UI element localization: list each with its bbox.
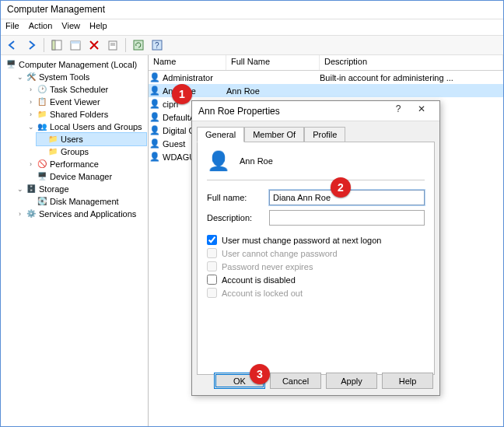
collapse-icon[interactable]: ⌄ xyxy=(16,183,23,195)
menubar: File Action View Help xyxy=(1,19,503,35)
tree-services-apps[interactable]: ›⚙️Services and Applications xyxy=(15,208,146,220)
tab-member-of[interactable]: Member Of xyxy=(244,127,304,142)
cancel-button[interactable]: Cancel xyxy=(270,373,321,389)
table-row[interactable]: 👤Ann RoeAnn Roe xyxy=(149,84,503,97)
tab-profile[interactable]: Profile xyxy=(304,127,345,142)
col-name[interactable]: Name xyxy=(149,55,226,70)
col-description[interactable]: Description xyxy=(320,55,503,70)
check-never-expires: Password never expires xyxy=(207,261,425,271)
device-icon: 🖥️ xyxy=(37,171,47,182)
tree-task-scheduler[interactable]: ›🕑Task Scheduler xyxy=(26,83,146,96)
help-button-icon[interactable]: ? xyxy=(387,103,410,119)
tree-label: Performance xyxy=(50,158,99,170)
expand-icon[interactable]: › xyxy=(27,96,34,108)
user-icon: 👤 xyxy=(149,99,161,109)
tree-label: Event Viewer xyxy=(50,96,100,108)
tree-local-users-groups[interactable]: ⌄👥Local Users and Groups xyxy=(26,121,146,133)
description-input[interactable] xyxy=(269,210,425,226)
user-header-name: Ann Roe xyxy=(240,156,273,166)
properties-icon[interactable] xyxy=(67,37,84,54)
tree-label: Computer Management (Local) xyxy=(19,58,137,71)
tree-users[interactable]: 📁Users xyxy=(37,133,146,145)
expand-icon[interactable]: › xyxy=(27,108,34,121)
tree-label: Disk Management xyxy=(50,195,119,208)
svg-text:?: ? xyxy=(155,41,159,50)
user-properties-dialog: Ann Roe Properties ? ✕ General Member Of… xyxy=(191,100,440,396)
tree-shared-folders[interactable]: ›📁Shared Folders xyxy=(26,108,146,121)
menu-file[interactable]: File xyxy=(5,21,19,33)
callout-2: 2 xyxy=(331,177,351,198)
tree-event-viewer[interactable]: ›📋Event Viewer xyxy=(26,96,146,108)
computer-icon: 🖥️ xyxy=(5,59,16,70)
svg-rect-1 xyxy=(52,40,55,50)
must-change-checkbox[interactable] xyxy=(207,235,217,245)
check-cannot-change: User cannot change password xyxy=(207,248,425,258)
dialog-title: Ann Roe Properties xyxy=(198,106,280,117)
check-disabled[interactable]: Account is disabled xyxy=(207,275,425,285)
user-icon: 👤 xyxy=(207,150,230,172)
dialog-tabs: General Member Of Profile xyxy=(192,121,439,142)
cannot-change-checkbox xyxy=(207,248,217,258)
account-disabled-checkbox[interactable] xyxy=(207,275,217,285)
fullname-label: Full name: xyxy=(207,193,269,202)
window-title: Computer Management xyxy=(1,1,503,19)
tab-general[interactable]: General xyxy=(197,127,244,142)
callout-3: 3 xyxy=(250,364,270,384)
tree-label: Services and Applications xyxy=(39,208,136,220)
check-label: Password never expires xyxy=(222,262,313,271)
collapse-icon[interactable]: ⌄ xyxy=(16,71,23,83)
tree-performance[interactable]: ›🚫Performance xyxy=(26,158,146,170)
cell-name: Administrator xyxy=(163,73,213,82)
show-hide-tree-icon[interactable] xyxy=(48,37,65,54)
svg-rect-7 xyxy=(134,40,143,50)
tree-label: Device Manager xyxy=(50,170,112,183)
folder-icon: 📁 xyxy=(47,134,58,145)
help-icon[interactable]: ? xyxy=(149,37,166,54)
toolbar-separator xyxy=(125,38,126,52)
cell-description: Built-in account for administering ... xyxy=(320,73,503,82)
refresh-icon[interactable] xyxy=(130,37,147,54)
tools-icon: 🛠️ xyxy=(26,72,37,82)
users-icon: 👥 xyxy=(37,121,47,132)
col-fullname[interactable]: Full Name xyxy=(226,55,320,70)
tree-label: Storage xyxy=(39,183,69,195)
tree-disk-management[interactable]: 💽Disk Management xyxy=(26,195,146,208)
storage-icon: 🗄️ xyxy=(26,184,37,194)
check-must-change[interactable]: User must change password at next logon xyxy=(207,235,425,245)
tree-label: Users xyxy=(61,133,83,145)
tree-root[interactable]: 🖥️ Computer Management (Local) xyxy=(4,58,146,71)
back-icon[interactable] xyxy=(4,37,21,54)
close-icon[interactable]: ✕ xyxy=(410,103,433,119)
menu-view[interactable]: View xyxy=(61,21,80,33)
performance-icon: 🚫 xyxy=(37,159,47,170)
tab-panel-general: 👤 Ann Roe Full name: Description: User m… xyxy=(197,142,435,375)
menu-action[interactable]: Action xyxy=(29,21,53,33)
callout-1: 1 xyxy=(172,84,192,104)
check-locked: Account is locked out xyxy=(207,288,425,298)
list-headers: Name Full Name Description xyxy=(149,55,503,71)
cell-fullname: Ann Roe xyxy=(226,86,320,96)
collapse-icon[interactable]: ⌄ xyxy=(27,121,34,133)
never-expires-checkbox xyxy=(207,261,217,271)
delete-icon[interactable] xyxy=(86,37,103,54)
tree-storage[interactable]: ⌄🗄️Storage xyxy=(15,183,146,195)
user-icon: 👤 xyxy=(149,152,161,162)
help-button[interactable]: Help xyxy=(382,373,433,389)
nav-tree[interactable]: 🖥️ Computer Management (Local) ⌄🛠️System… xyxy=(1,55,149,426)
expand-icon[interactable]: › xyxy=(16,208,23,220)
export-icon[interactable] xyxy=(104,37,121,54)
table-row[interactable]: 👤AdministratorBuilt-in account for admin… xyxy=(149,71,503,84)
cell-name: Guest xyxy=(163,139,185,149)
expand-icon[interactable]: › xyxy=(27,83,34,96)
forward-icon[interactable] xyxy=(23,37,40,54)
tree-system-tools[interactable]: ⌄🛠️System Tools xyxy=(15,71,146,83)
user-icon: 👤 xyxy=(149,72,161,82)
tree-groups[interactable]: 📁Groups xyxy=(37,145,146,158)
apply-button[interactable]: Apply xyxy=(326,373,377,389)
expand-icon[interactable]: › xyxy=(27,158,34,170)
description-label: Description: xyxy=(207,213,269,222)
menu-help[interactable]: Help xyxy=(89,21,107,33)
check-label: User cannot change password xyxy=(222,249,338,258)
user-icon: 👤 xyxy=(149,112,161,122)
tree-device-manager[interactable]: 🖥️Device Manager xyxy=(26,170,146,183)
